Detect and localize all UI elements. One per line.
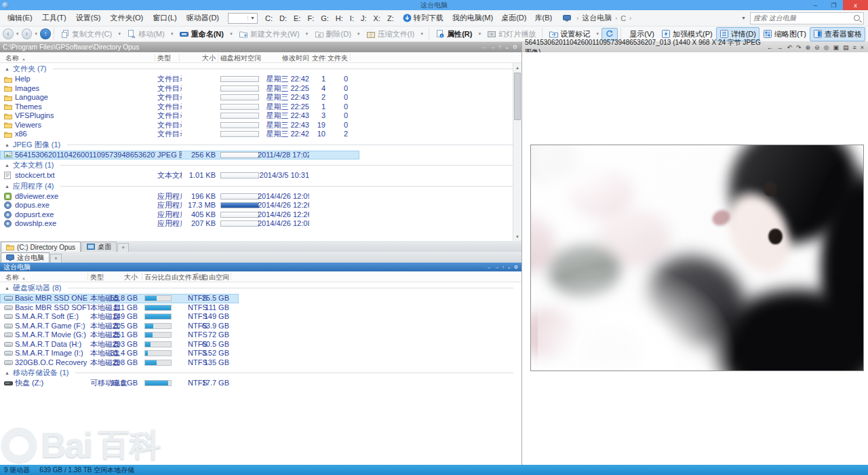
column-header-0[interactable]: 名称▲ — [5, 273, 26, 282]
search-box[interactable] — [750, 12, 864, 24]
viewer-next-icon[interactable]: → — [776, 44, 783, 51]
column-header-6[interactable]: 文件夹 — [327, 54, 348, 63]
drive-row[interactable]: S.M.A.R.T Game (F:)本地磁盘205 GBNTFS63.9 GB — [0, 322, 239, 331]
drive-link-F[interactable]: F: — [304, 14, 317, 22]
breadcrumb-dropdown-icon[interactable]: ▼ — [737, 16, 750, 20]
toolbar-button-新建文件夹(W)[interactable]: 新建文件夹(W) — [235, 27, 303, 41]
drive-row[interactable]: 320GB.O.C Recovery (J:)本地磁盘298 GBNTFS135… — [0, 358, 239, 368]
path-dropdown-icon[interactable]: ⌄ — [507, 265, 511, 270]
zoom-in-icon[interactable]: ⊕ — [805, 44, 810, 51]
toolbar-button-重命名(N)[interactable]: 重命名(N) — [176, 27, 227, 41]
file-row[interactable]: d8viewer.exe应用程序196 KB2014/4/26 12:09 — [0, 192, 359, 202]
column-header-2[interactable]: 大小 — [182, 54, 216, 63]
menu-窗口(L)[interactable]: 窗口(L) — [148, 14, 181, 22]
chevron-down-icon[interactable]: ▼ — [303, 32, 311, 36]
file-row[interactable]: dowshlp.exe应用程序207 KB2014/4/26 12:08 — [0, 219, 359, 229]
drive-row[interactable]: S.M.A.R.T Movie (G:)本地磁盘251 GBNTFS72 GB — [0, 330, 239, 340]
menu-驱动器(D)[interactable]: 驱动器(D) — [182, 14, 224, 22]
group-header[interactable]: ▲文本文档 (1) — [0, 159, 521, 171]
menubar-shortcut[interactable]: 桌面(D) — [497, 14, 530, 22]
drive-link-J[interactable]: J: — [357, 14, 370, 22]
file-row[interactable]: VFSPlugins文件目录星期三 22:4330 — [0, 111, 359, 121]
drive-row[interactable]: 快盘 (Z:)可移动磁盘19.9 GBNTFS17.7 GB — [0, 379, 239, 388]
zoom-out-icon[interactable]: ⊖ — [814, 44, 820, 51]
toolbar-button-压缩文件(I)[interactable]: 压缩文件(I) — [363, 27, 418, 41]
path-up-icon[interactable]: ↑ — [498, 44, 501, 50]
toolbar-button-删除(D)[interactable]: 删除(D) — [311, 27, 355, 41]
path-up-icon[interactable]: ↑ — [502, 265, 505, 270]
menu-文件夹(O)[interactable]: 文件夹(O) — [105, 14, 148, 22]
drive-link-Z[interactable]: Z: — [384, 14, 397, 22]
file-row[interactable]: dopus.exe应用程序17.3 MB2014/4/26 12:26 — [0, 201, 359, 210]
drive-link-H[interactable]: H: — [332, 14, 347, 22]
drive-link-E[interactable]: E: — [290, 14, 304, 22]
back-dropdown-icon[interactable]: ▼ — [14, 32, 22, 36]
column-header-0[interactable]: 名称▲ — [5, 54, 26, 63]
file-row[interactable]: Images文件目录星期三 22:2540 — [0, 84, 359, 94]
file-row[interactable]: Language文件目录星期三 22:4320 — [0, 93, 359, 102]
file-row[interactable]: 56415306201104260011095739486536207_013.… — [0, 151, 359, 160]
path-forward-icon[interactable]: → — [494, 265, 499, 270]
column-header-5[interactable]: 自由空间 — [201, 273, 229, 282]
column-header-3[interactable]: 百分比自由 — [144, 273, 178, 282]
breadcrumb-item[interactable]: C — [620, 14, 626, 22]
dest-path-bar[interactable]: 这台电脑 ← → ↑ ⌄ ⚙ — [0, 263, 521, 271]
column-header-2[interactable]: 大小 — [104, 273, 138, 282]
chevron-down-icon[interactable]: ▼ — [418, 32, 426, 36]
path-settings-icon[interactable]: ⚙ — [514, 265, 518, 270]
up-button[interactable]: ↑ — [40, 28, 51, 39]
path-back-icon[interactable]: ← — [481, 44, 486, 50]
fit-width-icon[interactable]: ▤ — [843, 44, 849, 51]
menubar-shortcut[interactable]: 我的电脑(M) — [448, 14, 498, 22]
source-tab[interactable]: 桌面 — [81, 242, 117, 252]
chevron-down-icon[interactable]: ▼ — [115, 32, 123, 36]
file-row[interactable]: x86文件目录星期三 22:42102 — [0, 130, 359, 139]
file-row[interactable]: Themes文件目录星期三 22:2510 — [0, 102, 359, 112]
toolbar-button-缩略图(T)[interactable]: 缩略图(T) — [760, 27, 810, 41]
menu-编辑(E)[interactable]: 编辑(E) — [3, 14, 37, 22]
toolbar-button-查看器窗格[interactable]: 查看器窗格 — [810, 27, 865, 41]
drive-row[interactable]: Basic MBR SSD ONE (C:)本地磁盘55.8 GBNTFS25.… — [0, 294, 239, 303]
drive-row[interactable]: Basic MBR SSD SOFT (D:)本地磁盘111 GBNTFS111… — [0, 303, 239, 313]
chevron-down-icon[interactable]: ▼ — [227, 32, 235, 36]
drive-combobox[interactable]: ▼ — [228, 13, 258, 24]
drive-link-X[interactable]: X: — [370, 14, 384, 22]
path-settings-icon[interactable]: ⚙ — [513, 44, 517, 50]
path-back-icon[interactable]: ← — [487, 265, 492, 270]
group-header[interactable]: ▲文件夹 (7) — [0, 63, 521, 75]
source-path-bar[interactable]: C:\Program Files\GPSoftware\Directory Op… — [0, 42, 521, 52]
search-input[interactable] — [751, 14, 854, 22]
file-row[interactable]: Viewers文件目录星期三 22:43190 — [0, 121, 359, 130]
group-header[interactable]: ▲移动存储设备 (1) — [0, 367, 521, 379]
group-header[interactable]: ▲应用程序 (4) — [0, 180, 521, 192]
drive-row[interactable]: S.M.A.R.T Soft (E:)本地磁盘149 GBNTFS149 GB — [0, 312, 239, 322]
scroll-down-icon[interactable]: ▼ — [513, 232, 521, 241]
restore-button[interactable]: ❐ — [825, 0, 843, 10]
group-header[interactable]: ▲硬盘驱动器 (8) — [0, 282, 521, 294]
column-header-5[interactable]: 文件 — [309, 54, 326, 63]
minimize-button[interactable]: – — [806, 0, 825, 10]
zoom-reset-icon[interactable]: ◎ — [824, 44, 829, 51]
forward-dropdown-icon[interactable]: ▼ — [32, 32, 40, 36]
menu-设置(S)[interactable]: 设置(S) — [71, 14, 106, 22]
file-row[interactable]: stockcert.txt文本文档1.01 KB2014/3/5 10:31 — [0, 171, 359, 180]
new-tab-button[interactable]: + — [117, 243, 129, 252]
column-header-1[interactable]: 类型 — [157, 54, 171, 63]
scroll-thumb[interactable] — [514, 73, 521, 120]
column-header-3[interactable]: 磁盘相对空间 — [220, 54, 261, 63]
group-header[interactable]: ▲JPEG 图像 (1) — [0, 139, 521, 151]
fit-page-icon[interactable]: ▣ — [833, 44, 839, 51]
vertical-scrollbar[interactable]: ▲▼ — [513, 63, 521, 241]
source-tab[interactable]: (C:) Directory Opus — [1, 242, 81, 252]
toolbar-button-属性(R)[interactable]: 属性(R) — [432, 27, 475, 41]
viewer-prev-icon[interactable]: ← — [766, 44, 772, 51]
path-forward-icon[interactable]: → — [490, 44, 495, 50]
chevron-down-icon[interactable]: ▼ — [168, 32, 176, 36]
drive-link-G[interactable]: G: — [317, 14, 332, 22]
forward-button[interactable]: › — [22, 28, 33, 39]
drive-row[interactable]: S.M.A.R.T Image (I:)本地磁盘31.4 GBNTFS3.52 … — [0, 349, 239, 358]
viewer-close-icon[interactable]: × — [861, 44, 864, 51]
path-dropdown-icon[interactable]: ⌄ — [505, 44, 509, 50]
close-button[interactable]: x — [843, 0, 868, 10]
viewer-menu-icon[interactable]: ≡ — [852, 44, 856, 51]
